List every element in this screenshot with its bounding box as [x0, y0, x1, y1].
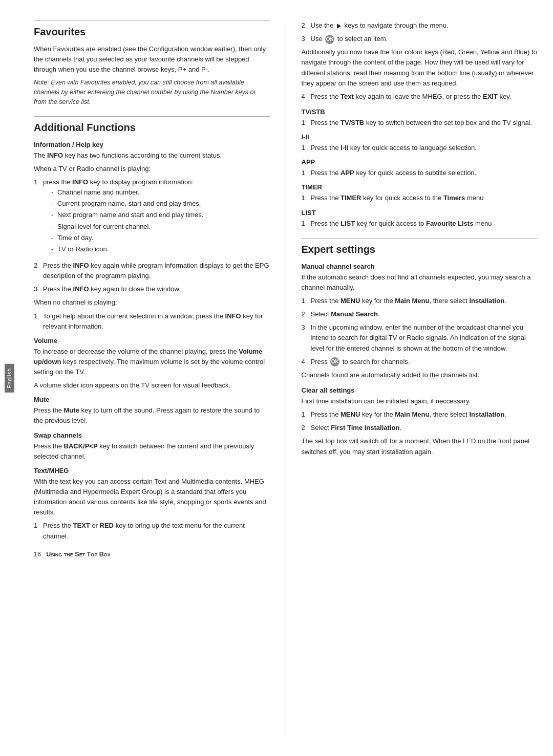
bullet-item: Channel name and number. — [52, 187, 270, 198]
step-num: 2 — [302, 423, 311, 433]
step-content: Press the LIST key for quick access to F… — [311, 219, 538, 229]
step-content: Press the TV/STB key to switch between t… — [311, 118, 538, 128]
footer: 16 Using the Set Top Box — [34, 551, 270, 558]
channels-note: Channels found are automatically added t… — [302, 370, 538, 380]
left-column: Favourites When Favourites are enabled (… — [34, 20, 286, 736]
step-content: Press the INFO key again to close the wi… — [43, 284, 270, 294]
volume-text2: A volume slider icon appears on the TV s… — [34, 380, 270, 391]
info-step-2: 2 Press the INFO key again while program… — [34, 261, 270, 281]
app-steps: 1 Press the APP key for quick access to … — [302, 168, 538, 178]
step-4: 4 Press the Text key again to leave the … — [302, 92, 538, 102]
info-key-steps: 1 press the INFO key to display program … — [34, 177, 270, 294]
step-content: Press the Text key again to leave the MH… — [311, 92, 538, 102]
nav-steps: 2 Use the keys to navigate through the m… — [302, 20, 538, 44]
no-channel-steps: 1 To get help about the current selectio… — [34, 311, 270, 332]
step-content: Select First Time Installation. — [311, 423, 538, 433]
step-num: 3 — [34, 284, 43, 294]
step-num: 1 — [302, 143, 311, 153]
mute-text: Press the Mute key to turn off the sound… — [34, 405, 270, 426]
step-num: 1 — [302, 409, 311, 420]
bullet-item: Time of day. — [52, 233, 270, 243]
clear-all-intro: First time installation can be initiated… — [302, 396, 538, 406]
step-num: 1 — [302, 168, 311, 178]
clear-all-heading: Clear all settings — [302, 386, 538, 394]
favourites-title: Favourites — [34, 20, 270, 40]
step-content: Press the MENU key for the Main Menu, th… — [311, 296, 538, 306]
text-mheg-heading: Text/MHEG — [34, 467, 270, 474]
step-content: Use the keys to navigate through the men… — [311, 20, 538, 31]
step-content: Press the TEXT or RED key to bring up th… — [43, 521, 270, 541]
sidebar-label: English — [5, 364, 14, 393]
volume-heading: Volume — [34, 337, 270, 344]
i-ii-step-1: 1 Press the I-II key for quick access to… — [302, 143, 538, 153]
nav-step-2: 2 Use the keys to navigate through the m… — [302, 20, 538, 31]
page: English Favourites When Favourites are e… — [0, 0, 553, 756]
no-channel-step-1: 1 To get help about the current selectio… — [34, 311, 270, 332]
step-num: 1 — [302, 193, 311, 203]
list-step-1: 1 Press the LIST key for quick access to… — [302, 219, 538, 229]
timer-steps: 1 Press the TIMER key for quick access t… — [302, 193, 538, 203]
bullet-item: Signal level for current channel. — [52, 222, 270, 232]
i-ii-heading: I-II — [302, 133, 538, 141]
footer-page-num: 16 — [34, 551, 41, 558]
i-ii-steps: 1 Press the I-II key for quick access to… — [302, 143, 538, 153]
swap-heading: Swap channels — [34, 431, 270, 439]
expert-settings-section: Expert settings Manual channel search If… — [302, 238, 538, 457]
ok-badge: OK — [325, 35, 334, 44]
list-heading: LIST — [302, 209, 538, 217]
colour-note: Additionally you now have the four colou… — [302, 47, 538, 89]
manual-search-steps: 1 Press the MENU key for the Main Menu, … — [302, 296, 538, 367]
step-content: Press the I-II key for quick access to l… — [311, 143, 538, 153]
tvstb-steps: 1 Press the TV/STB key to switch between… — [302, 118, 538, 128]
clear-all-steps: 1 Press the MENU key for the Main Menu, … — [302, 409, 538, 433]
timer-step-1: 1 Press the TIMER key for quick access t… — [302, 193, 538, 203]
info-bullets: Channel name and number. Current program… — [52, 187, 270, 254]
step-num: 2 — [302, 309, 311, 319]
info-key-intro: The INFO key has two functions according… — [34, 150, 270, 161]
swap-text: Press the BACK/P<P key to switch between… — [34, 441, 270, 462]
tvstb-step-1: 1 Press the TV/STB key to switch between… — [302, 118, 538, 128]
manual-search-intro: If the automatic search does not find al… — [302, 272, 538, 293]
step-content: Use OK to select an item. — [311, 34, 538, 44]
step-num: 1 — [302, 219, 311, 229]
step-num: 1 — [34, 177, 43, 257]
manual-step-1: 1 Press the MENU key for the Main Menu, … — [302, 296, 538, 306]
info-key-heading: Information / Help key — [34, 141, 270, 148]
manual-step-4: 4 Press OK to search for channels. — [302, 357, 538, 367]
clear-step-2: 2 Select First Time Installation. — [302, 423, 538, 433]
favourites-note: Note: Even with Favourites enabled, you … — [34, 78, 270, 106]
expert-settings-title: Expert settings — [302, 238, 538, 257]
manual-step-3: 3 In the upcoming window, enter the numb… — [302, 322, 538, 353]
manual-search-heading: Manual channel search — [302, 263, 538, 270]
bullet-item: TV or Radio icon. — [52, 244, 270, 254]
step-num: 1 — [34, 311, 43, 332]
step-content: Press the APP key for quick access to su… — [311, 168, 538, 178]
bullet-item: Current program name, start and end play… — [52, 199, 270, 209]
favourites-intro: When Favourites are enabled (see the Con… — [34, 44, 270, 75]
clear-step-1: 1 Press the MENU key for the Main Menu, … — [302, 409, 538, 420]
step-content: Press the MENU key for the Main Menu, th… — [311, 409, 538, 420]
step-num: 2 — [302, 20, 311, 31]
step-num: 2 — [34, 261, 43, 281]
manual-step-2: 2 Select Manual Search. — [302, 309, 538, 319]
step-content: Press OK to search for channels. — [311, 357, 538, 367]
step4-list: 4 Press the Text key again to leave the … — [302, 92, 538, 102]
text-mheg-steps: 1 Press the TEXT or RED key to bring up … — [34, 521, 270, 541]
step-num: 4 — [302, 92, 311, 102]
timer-heading: TIMER — [302, 183, 538, 191]
volume-text: To increase or decrease the volume of th… — [34, 347, 270, 377]
nav-step-3: 3 Use OK to select an item. — [302, 34, 538, 44]
when-no-channel: When no channel is playing: — [34, 297, 270, 308]
step-num: 1 — [302, 296, 311, 306]
text-mheg-step-1: 1 Press the TEXT or RED key to bring up … — [34, 521, 270, 541]
text-mheg-text: With the text key you can access certain… — [34, 477, 270, 518]
sidebar: English — [0, 20, 18, 736]
step-content: Select Manual Search. — [311, 309, 538, 319]
tvstb-heading: TV/STB — [302, 108, 538, 116]
right-column: 2 Use the keys to navigate through the m… — [286, 20, 538, 736]
info-key-when-playing: When a TV or Radio channel is playing: — [34, 164, 270, 174]
content: Favourites When Favourites are enabled (… — [18, 20, 553, 736]
additional-functions-title: Additional Functions — [34, 116, 270, 136]
step-content: In the upcoming window, enter the number… — [311, 322, 538, 353]
step-num: 1 — [302, 118, 311, 128]
